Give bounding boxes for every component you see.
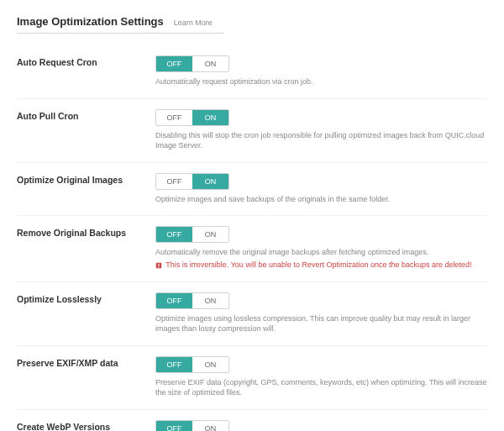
- page-title: Image Optimization Settings: [17, 15, 164, 28]
- toggle-off[interactable]: OFF: [156, 174, 192, 189]
- settings-list: Auto Request CronOFFONAutomatically requ…: [17, 45, 487, 431]
- toggle-on[interactable]: ON: [192, 357, 228, 372]
- page-header: Image Optimization Settings Learn More: [17, 15, 224, 34]
- toggle-off[interactable]: OFF: [156, 421, 192, 431]
- toggle-on[interactable]: ON: [192, 421, 228, 431]
- setting-description: Optimize images using lossless compressi…: [155, 313, 487, 334]
- setting-control: OFFONAutomatically remove the original i…: [155, 225, 487, 270]
- setting-row-optimize-losslessly: Optimize LosslesslyOFFONOptimize images …: [17, 282, 487, 346]
- setting-description: Automatically request optimization via c…: [155, 76, 487, 87]
- setting-row-auto-pull-cron: Auto Pull CronOFFONDisabling this will s…: [17, 99, 487, 163]
- setting-row-create-webp-versions: Create WebP VersionsOFFONRequest WebP ve…: [17, 410, 487, 431]
- setting-label: Auto Pull Cron: [17, 108, 155, 121]
- setting-row-preserve-exif-xmp: Preserve EXIF/XMP dataOFFONPreserve EXIF…: [17, 346, 487, 410]
- toggle-on[interactable]: ON: [192, 56, 228, 71]
- svg-rect-1: [158, 263, 159, 265]
- setting-control: OFFONOptimize images and save backups of…: [155, 172, 487, 205]
- setting-label: Optimize Losslessly: [17, 292, 155, 304]
- setting-warning: This is irreversible. You will be unable…: [155, 260, 487, 271]
- toggle-optimize-original-images: OFFON: [155, 173, 229, 190]
- toggle-off[interactable]: OFF: [156, 357, 192, 372]
- setting-row-auto-request-cron: Auto Request CronOFFONAutomatically requ…: [17, 45, 487, 99]
- setting-row-remove-original-backups: Remove Original BackupsOFFONAutomaticall…: [17, 216, 487, 281]
- toggle-preserve-exif-xmp: OFFON: [155, 356, 229, 373]
- setting-warning-text: This is irreversible. You will be unable…: [164, 260, 472, 269]
- toggle-auto-request-cron: OFFON: [155, 55, 229, 72]
- toggle-on[interactable]: ON: [192, 110, 228, 125]
- setting-label: Create WebP Versions: [17, 419, 155, 431]
- setting-description: Preserve EXIF data (copyright, GPS, comm…: [155, 377, 487, 398]
- toggle-create-webp-versions: OFFON: [155, 420, 229, 431]
- toggle-on[interactable]: ON: [192, 227, 228, 242]
- toggle-off[interactable]: OFF: [156, 110, 192, 125]
- toggle-optimize-losslessly: OFFON: [155, 292, 229, 309]
- learn-more-link[interactable]: Learn More: [174, 18, 213, 27]
- setting-label: Auto Request Cron: [17, 55, 155, 67]
- setting-control: OFFONAutomatically request optimization …: [155, 55, 487, 87]
- setting-label: Remove Original Backups: [17, 225, 155, 238]
- setting-control: OFFONDisabling this will stop the cron j…: [155, 108, 487, 151]
- setting-control: OFFONRequest WebP versions of original i…: [155, 419, 487, 431]
- setting-label: Optimize Original Images: [17, 172, 155, 185]
- setting-description: Disabling this will stop the cron job re…: [155, 130, 487, 151]
- toggle-off[interactable]: OFF: [156, 227, 192, 242]
- setting-description: Automatically remove the original image …: [155, 247, 487, 258]
- setting-row-optimize-original-images: Optimize Original ImagesOFFONOptimize im…: [17, 163, 487, 217]
- toggle-on[interactable]: ON: [192, 174, 228, 189]
- toggle-remove-original-backups: OFFON: [155, 226, 229, 243]
- toggle-auto-pull-cron: OFFON: [155, 109, 229, 126]
- toggle-off[interactable]: OFF: [156, 56, 192, 71]
- setting-description: Optimize images and save backups of the …: [155, 194, 487, 205]
- setting-control: OFFONPreserve EXIF data (copyright, GPS,…: [155, 355, 487, 398]
- toggle-on[interactable]: ON: [192, 293, 228, 308]
- svg-rect-2: [158, 266, 159, 267]
- setting-label: Preserve EXIF/XMP data: [17, 355, 155, 368]
- warning-icon: [155, 262, 162, 269]
- setting-control: OFFONOptimize images using lossless comp…: [155, 292, 487, 334]
- toggle-off[interactable]: OFF: [156, 293, 192, 308]
